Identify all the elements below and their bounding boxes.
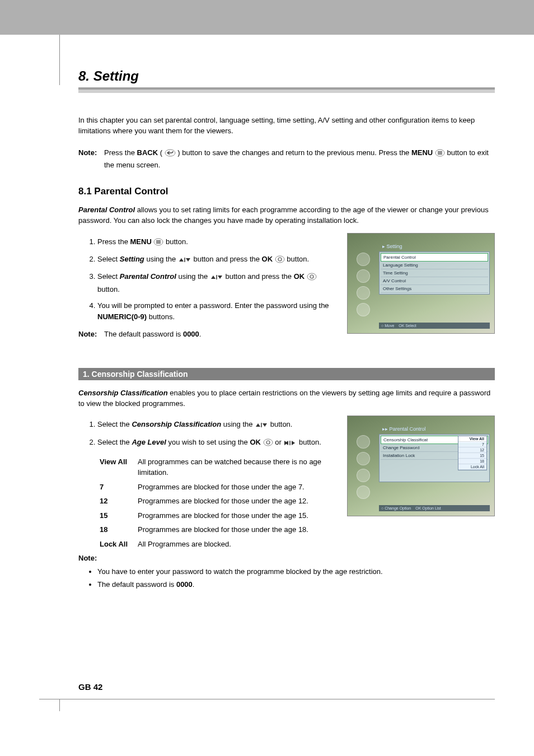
chapter-title: 8. Setting — [78, 68, 495, 84]
steps-column: Press the MENU button. Select Setting us… — [78, 233, 337, 356]
age-row: 15Programmes are blocked for those under… — [100, 510, 337, 521]
step-text: Select the — [97, 438, 132, 446]
tv-foot-item: OK Select — [399, 324, 416, 328]
step-text: using the — [144, 255, 178, 263]
note-label: Note: — [78, 148, 104, 171]
age-key: 12 — [100, 496, 138, 507]
note-bullet: You have to enter your password to watch… — [97, 566, 495, 577]
step-text: using the — [176, 272, 210, 281]
step-text: button. — [297, 438, 321, 446]
tv-sidebar-icon — [357, 286, 370, 300]
ok-label: OK — [294, 272, 305, 281]
tv-option: Lock All — [458, 464, 486, 470]
lead-rest: allows you to set rating limits for each… — [78, 206, 489, 225]
tv-menu-item: A/V Control — [381, 277, 488, 285]
tv-menu-item: Language Setting — [381, 262, 488, 269]
intro-paragraph: In this chapter you can set parental con… — [78, 115, 495, 137]
tv-option: View All — [458, 436, 486, 442]
age-desc: Programmes are blocked for those under t… — [138, 510, 337, 521]
age-level-table: View AllAll programmes can be watched be… — [100, 456, 337, 550]
svg-point-11 — [307, 273, 316, 280]
step-text: button. — [285, 255, 309, 263]
note-body: The default password is 0000. — [104, 329, 337, 340]
svg-point-12 — [310, 275, 313, 278]
step-text: button. — [268, 420, 292, 428]
back-button-label: BACK — [137, 148, 158, 157]
tv-sidebar-icon — [357, 435, 370, 449]
lead-term: Parental Control — [78, 206, 135, 214]
age-desc: Programmes are blocked for those under t… — [138, 482, 337, 493]
tv-sidebar-icon — [357, 253, 370, 266]
step-text: buttons. — [147, 312, 175, 321]
tv-option: 12 — [458, 447, 486, 453]
tv-menu-item: Parental Control — [381, 253, 488, 262]
footer-rule — [39, 699, 495, 699]
svg-rect-3 — [438, 152, 442, 153]
cc-steps-column: Select the Censorship Classification usi… — [78, 416, 337, 553]
password-value: 0000 — [176, 580, 193, 589]
cc-lead: Censorship Classification enables you to… — [78, 388, 495, 409]
note-text: . — [199, 330, 202, 338]
age-row: 18Programmes are blocked for those under… — [100, 524, 337, 535]
menu-icon — [435, 149, 445, 160]
tv-header: ▸ Setting — [382, 244, 402, 249]
cc-term: Censorship Classification — [78, 389, 168, 397]
svg-point-14 — [266, 441, 270, 444]
tv-foot-item: OK Option List — [415, 506, 441, 510]
cc-steps-list: Select the Censorship Classification usi… — [78, 419, 337, 449]
cc-label: Censorship Classification — [132, 420, 221, 428]
step-text: You will be prompted to enter a password… — [97, 301, 329, 310]
svg-rect-2 — [438, 151, 442, 152]
note-text: The default password is — [97, 580, 176, 589]
step-text: Select — [97, 272, 120, 281]
menu-button-label: MENU — [411, 148, 433, 157]
step-3: Select Parental Control using the button… — [97, 271, 337, 295]
tv-footer: ○ Move OK Select — [379, 323, 490, 329]
age-key: 7 — [100, 482, 138, 493]
tv-sidebar-icon — [357, 452, 370, 465]
step-text: button. — [163, 237, 188, 246]
back-icon — [165, 149, 176, 160]
up-down-icon — [210, 273, 223, 284]
password-value: 0000 — [183, 330, 199, 338]
note-label: Note: — [78, 329, 104, 340]
cc-note: Note: You have to enter your password to… — [78, 553, 495, 590]
footer-tick — [59, 699, 60, 711]
numeric-label: NUMERIC(0-9) — [97, 312, 147, 321]
age-row: Lock AllAll Programmes are blocked. — [100, 539, 337, 550]
note-label: Note: — [78, 554, 97, 562]
svg-point-13 — [264, 439, 273, 446]
censorship-classification-header: 1. Censorship Classification — [78, 368, 495, 380]
header-gray-band — [0, 0, 534, 35]
age-key: Lock All — [100, 539, 138, 550]
page-footer: GB 42 — [0, 682, 534, 726]
up-down-icon — [255, 421, 268, 432]
ok-icon — [307, 273, 317, 284]
age-key: 15 — [100, 510, 138, 521]
parental-control-label: Parental Control — [120, 272, 176, 281]
svg-point-9 — [275, 256, 284, 263]
tv-option: 15 — [458, 453, 486, 459]
section-8-1-body: Press the MENU button. Select Setting us… — [78, 233, 495, 356]
tv-foot-item: ○ Move — [381, 324, 394, 328]
svg-rect-6 — [156, 240, 161, 241]
tv-panel: Parental Control Language Setting Time S… — [379, 251, 490, 295]
age-desc: All Programmes are blocked. — [138, 539, 337, 550]
age-desc: Programmes are blocked for those under t… — [138, 496, 337, 507]
up-down-icon — [178, 255, 191, 267]
step-text: you wish to set using the — [166, 438, 250, 446]
age-key: 18 — [100, 524, 138, 535]
cc-step-1: Select the Censorship Classification usi… — [97, 419, 337, 432]
tv-item-label: Censorship Classificat — [383, 437, 428, 442]
step-text: Select — [97, 255, 120, 263]
tv-sidebar-icon — [357, 486, 370, 499]
screenshot-column: ▸ Setting Parental Control Language Sett… — [347, 233, 495, 334]
tv-foot-item: ○ Change Option — [381, 506, 411, 510]
note-text: . — [193, 580, 195, 589]
page-content: 8. Setting In this chapter you can set p… — [0, 35, 534, 615]
ok-label: OK — [262, 255, 273, 263]
svg-rect-4 — [438, 153, 442, 154]
tv-footer: ○ Change Option OK Option List — [379, 505, 490, 511]
ok-icon — [275, 255, 285, 267]
step-1: Press the MENU button. — [97, 236, 337, 249]
